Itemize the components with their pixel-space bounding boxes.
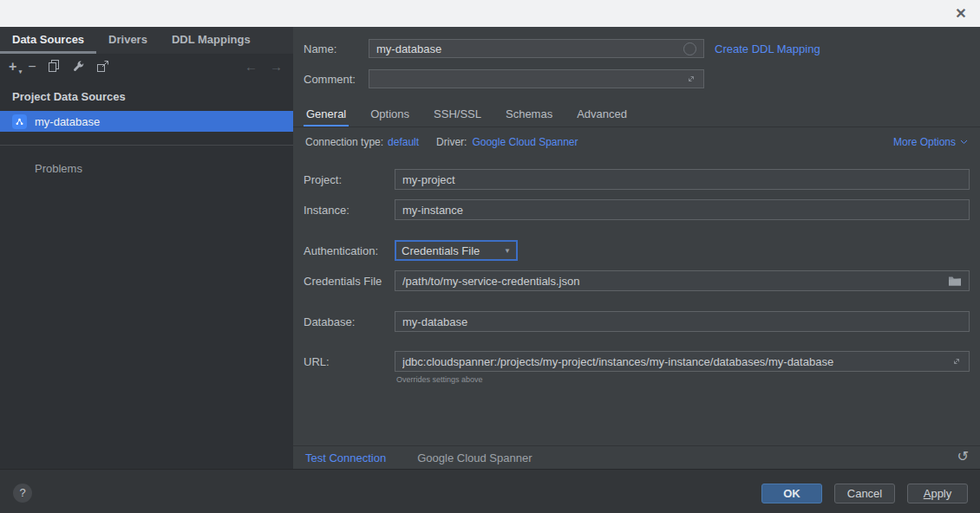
wrench-icon [72,60,85,73]
export-button[interactable] [96,59,109,75]
tab-ddl-mappings[interactable]: DDL Mappings [160,27,263,54]
settings-tab-strip: General Options SSH/SSL Schemas Advanced [304,103,630,127]
generated-name-icon[interactable] [683,42,696,55]
help-icon[interactable]: ? [13,484,32,503]
name-value: my-database [376,42,683,55]
authentication-select[interactable]: Credentials File ▼ [395,240,518,261]
apply-rest: pply [931,487,951,500]
tab-options[interactable]: Options [368,103,412,127]
revert-icon[interactable]: ↺ [957,448,969,464]
minus-icon: − [28,61,36,73]
more-options-link[interactable]: More Options [893,136,968,148]
project-value: my-project [402,173,962,186]
more-options-label: More Options [893,136,956,148]
sidebar-tab-strip: Data Sources Drivers DDL Mappings [0,27,293,54]
duplicate-button[interactable] [48,59,61,75]
connection-type-value[interactable]: default [388,136,419,148]
authentication-label: Authentication: [304,244,395,257]
chevron-down-icon [960,140,968,145]
back-icon[interactable]: ← [245,59,258,74]
url-hint: Overrides settings above [396,375,483,384]
remove-data-source-button[interactable]: − [28,59,36,75]
copy-icon [48,60,61,73]
instance-value: my-instance [402,204,962,217]
tab-data-sources[interactable]: Data Sources [0,27,96,54]
dropdown-arrow-icon: ▼ [504,247,511,255]
comment-label: Comment: [304,73,369,86]
database-input[interactable]: my-database [395,311,970,332]
history-nav: ← → [245,54,283,79]
tab-divider [293,127,980,127]
chevron-down-icon: ▾ [19,66,23,78]
tab-advanced[interactable]: Advanced [574,103,630,127]
footer-driver-name: Google Cloud Spanner [417,451,532,464]
dialog-button-bar: ? OK Cancel Apply [0,469,980,513]
add-data-source-button[interactable]: + ▾ [9,59,16,75]
close-icon[interactable]: ✕ [951,4,970,23]
driver-properties-button[interactable] [72,59,85,75]
credentials-file-value: /path/to/my-service-credentials.json [402,275,948,288]
tab-ssh-ssl[interactable]: SSH/SSL [431,103,484,127]
sidebar-toolbar: + ▾ − [0,54,293,79]
instance-input[interactable]: my-instance [395,199,970,220]
create-ddl-mapping-link[interactable]: Create DDL Mapping [715,42,820,55]
url-input[interactable]: jdbc:cloudspanner:/projects/my-project/i… [395,351,970,372]
data-source-item-my-database[interactable]: my-database [0,111,293,132]
data-source-form: Name: my-database Create DDL Mapping Com… [293,27,980,469]
name-label: Name: [304,42,369,55]
data-source-label: my-database [35,115,100,128]
expand-icon[interactable] [951,356,962,367]
forward-icon[interactable]: → [270,59,283,74]
tab-schemas[interactable]: Schemas [503,103,555,127]
data-sources-sidebar: Data Sources Drivers DDL Mappings + ▾ − [0,27,293,469]
project-input[interactable]: my-project [395,169,970,190]
problems-item[interactable]: Problems [35,162,293,175]
driver-label: Driver: [436,136,467,148]
open-in-new-icon [96,60,109,73]
project-label: Project: [304,173,395,186]
folder-icon[interactable] [948,276,962,287]
plus-icon: + [9,61,16,73]
cancel-button[interactable]: Cancel [834,484,895,503]
credentials-file-input[interactable]: /path/to/my-service-credentials.json [395,270,970,291]
test-connection-link[interactable]: Test Connection [305,451,386,464]
instance-label: Instance: [304,204,395,217]
database-value: my-database [402,315,962,328]
cloud-spanner-icon [12,114,27,129]
url-value: jdbc:cloudspanner:/projects/my-project/i… [402,355,951,368]
expand-icon[interactable] [686,74,696,84]
tab-drivers[interactable]: Drivers [96,27,160,54]
driver-value-link[interactable]: Google Cloud Spanner [472,136,578,148]
connection-type-label: Connection type: [305,136,383,148]
authentication-value: Credentials File [402,244,480,257]
ok-button[interactable]: OK [761,484,822,503]
name-input[interactable]: my-database [369,39,704,58]
section-title: Project Data Sources [12,90,293,103]
comment-input[interactable] [369,69,704,88]
sidebar-divider [0,145,293,146]
tab-general[interactable]: General [304,103,349,127]
action-buttons: OK Cancel Apply [761,484,968,503]
window-titlebar: ✕ [0,0,980,27]
apply-mnemonic: A [924,487,931,500]
url-label: URL: [304,355,395,368]
credentials-file-label: Credentials File [304,275,395,288]
database-label: Database: [304,315,395,328]
apply-button[interactable]: Apply [907,484,968,503]
